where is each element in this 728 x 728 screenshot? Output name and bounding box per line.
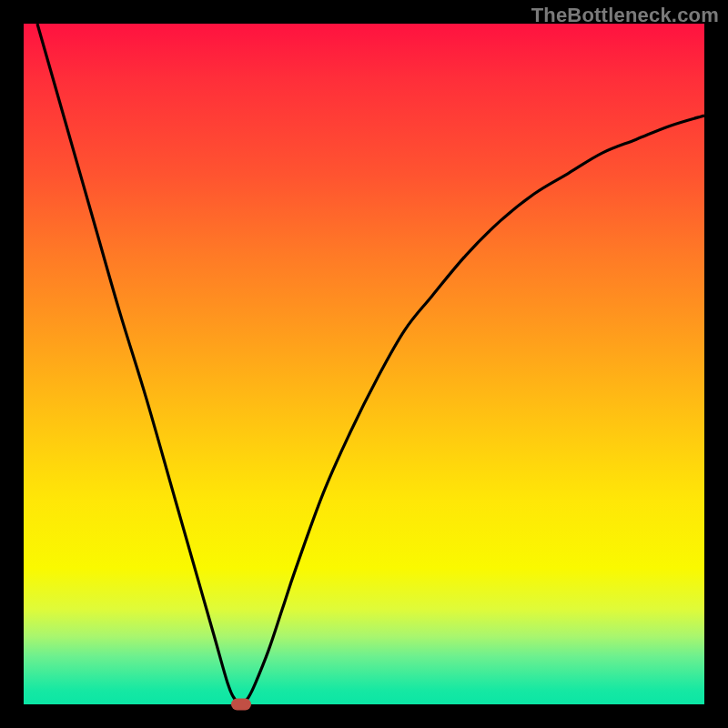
minimum-marker: [231, 699, 251, 711]
chart-frame: TheBottleneck.com: [0, 0, 728, 728]
watermark-text: TheBottleneck.com: [531, 4, 719, 27]
bottleneck-curve: [37, 24, 704, 704]
curve-svg: [24, 24, 704, 704]
